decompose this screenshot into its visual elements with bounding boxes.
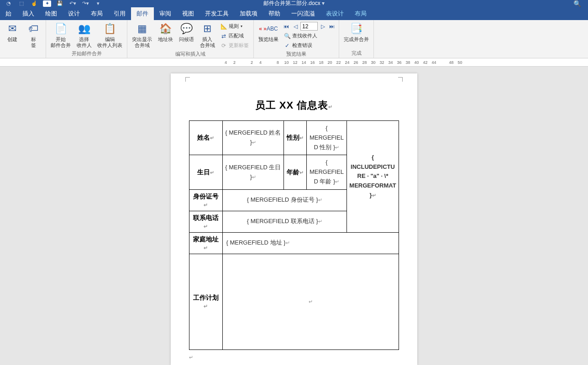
group-mailmerge-label: 开始邮件合并 [49,49,124,58]
titlebar: ◔ ⬚ ☝ ✦ 💾 ↶▾ ↷▾ ▾ 邮件合并第二部分.docx ▾ 🔍 [0,0,588,7]
insert-merge-field-button[interactable]: ⊞ 插入 合并域 [198,21,217,49]
group-fields-label: 编写和插入域 [130,50,251,59]
next-record-button[interactable]: ▷ [319,22,327,31]
table-row[interactable]: 家庭地址↵ { MERGEFIELD 地址 }↵ [189,232,399,254]
find-recipient-button[interactable]: 🔍查找收件人 [282,31,336,40]
cell-birth-field[interactable]: { MERGEFIELD 生日 }↵ [222,155,284,189]
cell-addr-label[interactable]: 家庭地址↵ [189,232,223,254]
tab-insert[interactable]: 插入 [17,7,40,20]
tab-table-design[interactable]: 表设计 [320,7,349,20]
rules-icon: 📐 [220,23,227,30]
highlight-fields-button[interactable]: ▦ 突出显示 合并域 [130,21,154,49]
labels-button[interactable]: 🏷 标 签 [24,21,43,49]
cell-plan-field[interactable]: ↵ [222,254,399,349]
preview-icon: « »ABC [262,22,275,36]
check-errors-button[interactable]: ✓检查错误 [282,41,336,50]
edit-list-icon: 📋 [103,22,117,36]
greeting-icon: 💬 [179,22,193,36]
tab-flash[interactable]: 一闪流溢 [286,7,320,20]
redo-icon[interactable]: ↷▾ [81,0,89,7]
cell-sex-field[interactable]: { MERGEFIELD 性别 }↵ [306,121,346,155]
cell-phone-field[interactable]: { MERGEFIELD 联系电话 }↵ [222,211,346,232]
update-icon: ⟳ [220,42,227,49]
table-row[interactable]: 工作计划↵ ↵ [189,254,399,349]
document-title: 邮件合并第二部分.docx ▾ [263,0,325,7]
match-icon: ⇄ [220,33,227,39]
record-number-input[interactable] [300,22,318,31]
ribbon-tabs: 始 插入 绘图 设计 布局 引用 邮件 审阅 视图 开发工具 加载项 帮助 一闪… [0,7,588,20]
match-fields-button[interactable]: ⇄匹配域 [219,31,251,40]
group-finish-label: 完成 [342,49,371,58]
save-icon[interactable]: 💾 [56,0,64,7]
last-record-button[interactable]: ⏭ [328,22,336,31]
document-heading[interactable]: 员工 XX 信息表↵ [189,99,399,112]
group-preview-label: 预览结果 [257,50,336,59]
cell-age-label[interactable]: 年龄↵ [284,155,307,189]
tab-addins[interactable]: 加载项 [234,7,263,20]
finish-icon: 📑 [350,22,363,36]
autosave-icon[interactable]: ◔ [5,0,13,7]
tab-draw[interactable]: 绘图 [40,7,63,20]
finish-merge-button[interactable]: 📑 完成并合并 [342,21,371,43]
record-nav: ⏮ ◁ ▷ ⏭ [282,22,336,31]
greeting-line-button[interactable]: 💬 问候语 [177,21,196,43]
group-create-label [3,56,43,58]
ribbon: ✉ 创建 🏷 标 签 📄 开始 邮件合并 👥 选择 收件人 📋 编辑 收件人列表 [0,20,588,58]
document-canvas[interactable]: 员工 XX 信息表↵ 姓名↵ { MERGEFIELD 姓名 }↵ 性别↵ { … [0,67,588,365]
more-icon[interactable]: ▾ [94,0,102,7]
tab-help[interactable]: 帮助 [263,7,286,20]
envelope-icon: ✉ [5,22,19,36]
tab-home[interactable]: 始 [0,7,17,20]
recipients-icon: 👥 [77,22,91,36]
mode-icon[interactable]: ⬚ [17,0,26,7]
tab-layout[interactable]: 布局 [85,7,108,20]
label-icon: 🏷 [26,22,40,36]
page[interactable]: 员工 XX 信息表↵ 姓名↵ { MERGEFIELD 姓名 }↵ 性别↵ { … [171,73,417,365]
accessibility-icon[interactable]: ✦ [43,0,51,7]
highlight-icon: ▦ [135,22,149,36]
tab-developer[interactable]: 开发工具 [200,7,234,20]
mailmerge-icon: 📄 [54,22,68,36]
tab-table-layout[interactable]: 布局 [349,7,372,20]
cell-age-field[interactable]: { MERGEFIELD 年龄 }↵ [306,155,346,189]
paragraph-mark[interactable]: ↵ [189,353,399,361]
edit-recipients-button[interactable]: 📋 编辑 收件人列表 [95,21,124,49]
start-mailmerge-button[interactable]: 📄 开始 邮件合并 [49,21,73,49]
rules-button[interactable]: 📐规则▾ [219,22,251,31]
margin-corner-tr [398,77,403,82]
cell-addr-field[interactable]: { MERGEFIELD 地址 }↵ [222,232,399,254]
insert-field-icon: ⊞ [200,22,214,36]
envelopes-button[interactable]: ✉ 创建 [3,21,22,43]
cell-birth-label[interactable]: 生日↵ [189,155,223,189]
prev-record-button[interactable]: ◁ [291,22,299,31]
address-icon: 🏠 [158,22,172,36]
update-labels-button: ⟳更新标签 [219,41,251,50]
margin-corner-tl [185,77,190,82]
touch-icon[interactable]: ☝ [30,0,38,7]
check-icon: ✓ [284,42,290,49]
cell-id-label[interactable]: 身份证号↵ [189,189,223,211]
cell-photo-field[interactable]: { INCLUDEPICTURE · "a" · \* MERGEFORMAT … [346,121,399,233]
tab-mailings[interactable]: 邮件 [131,7,154,20]
tab-references[interactable]: 引用 [108,7,131,20]
tab-review[interactable]: 审阅 [154,7,177,20]
cell-plan-label[interactable]: 工作计划↵ [189,254,223,349]
cell-phone-label[interactable]: 联系电话↵ [189,211,223,232]
tab-design[interactable]: 设计 [63,7,85,20]
cell-sex-label[interactable]: 性别↵ [284,121,307,155]
horizontal-ruler[interactable]: 4 2 2 4 8 10 12 14 16 18 20 22 24 26 28 … [0,58,588,67]
table-row[interactable]: 姓名↵ { MERGEFIELD 姓名 }↵ 性别↵ { MERGEFIELD … [189,121,399,155]
employee-form-table[interactable]: 姓名↵ { MERGEFIELD 姓名 }↵ 性别↵ { MERGEFIELD … [189,120,399,350]
address-block-button[interactable]: 🏠 地址块 [156,21,175,43]
cell-name-label[interactable]: 姓名↵ [189,121,223,155]
find-icon: 🔍 [284,33,290,39]
first-record-button[interactable]: ⏮ [282,22,290,31]
undo-icon[interactable]: ↶▾ [68,0,77,7]
cell-name-field[interactable]: { MERGEFIELD 姓名 }↵ [222,121,284,155]
cell-id-field[interactable]: { MERGEFIELD 身份证号 }↵ [222,189,346,211]
search-icon[interactable]: 🔍 [573,0,581,7]
tab-view[interactable]: 视图 [177,7,200,20]
select-recipients-button[interactable]: 👥 选择 收件人 [74,21,94,49]
preview-results-button[interactable]: « »ABC 预览结果 [257,21,280,43]
